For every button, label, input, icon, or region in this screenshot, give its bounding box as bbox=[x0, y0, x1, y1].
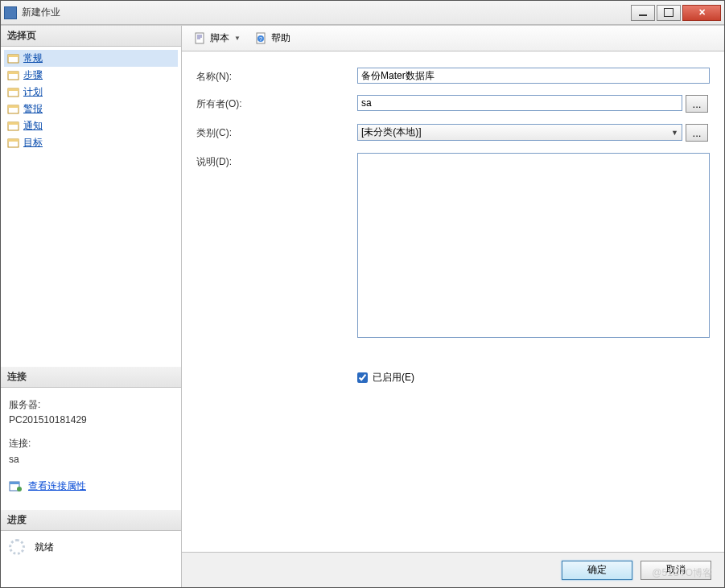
chevron-down-icon: ▼ bbox=[234, 35, 241, 42]
dialog-buttons: 确定 取消 bbox=[182, 552, 724, 587]
nav-item-general[interactable]: 常规 bbox=[4, 50, 178, 67]
properties-icon bbox=[9, 479, 23, 492]
cancel-button[interactable]: 取消 bbox=[641, 561, 711, 580]
script-button[interactable]: 脚本 ▼ bbox=[188, 28, 246, 48]
nav-item-schedules[interactable]: 计划 bbox=[4, 84, 178, 101]
svg-rect-3 bbox=[8, 72, 19, 74]
view-connection-properties-link[interactable]: 查看连接属性 bbox=[28, 479, 86, 494]
connection-header: 连接 bbox=[1, 367, 181, 388]
page-icon bbox=[7, 53, 20, 64]
main-panel: 脚本 ▼ ? 帮助 名称(N): 所有者(O): bbox=[182, 26, 724, 587]
spinner-icon bbox=[9, 539, 25, 555]
titlebar[interactable]: 新建作业 bbox=[1, 1, 724, 25]
svg-rect-13 bbox=[10, 482, 19, 484]
ok-button[interactable]: 确定 bbox=[562, 561, 632, 580]
page-icon bbox=[7, 87, 20, 98]
svg-rect-11 bbox=[8, 139, 19, 142]
nav-item-notifications[interactable]: 通知 bbox=[4, 117, 178, 134]
name-label: 名称(N): bbox=[196, 68, 357, 84]
progress-header: 进度 bbox=[1, 510, 181, 531]
connection-value: sa bbox=[9, 452, 173, 467]
svg-point-14 bbox=[17, 487, 22, 491]
progress-status: 就绪 bbox=[1, 531, 181, 563]
form-area: 名称(N): 所有者(O): ... 类别(C): [未分类(本地)] bbox=[182, 51, 724, 552]
description-textarea[interactable] bbox=[357, 153, 710, 338]
category-browse-button[interactable]: ... bbox=[686, 124, 708, 142]
page-icon bbox=[7, 121, 20, 132]
close-button[interactable] bbox=[682, 5, 721, 21]
select-page-header: 选择页 bbox=[1, 26, 181, 47]
nav-item-alerts[interactable]: 警报 bbox=[4, 101, 178, 117]
svg-rect-1 bbox=[8, 55, 19, 57]
server-value: PC201510181429 bbox=[9, 413, 173, 428]
category-dropdown[interactable]: [未分类(本地)] ▼ bbox=[357, 124, 682, 141]
window-title: 新建作业 bbox=[22, 6, 629, 19]
svg-rect-7 bbox=[8, 105, 19, 108]
script-icon bbox=[194, 32, 207, 45]
owner-label: 所有者(O): bbox=[196, 95, 357, 111]
connection-label: 连接: bbox=[9, 436, 173, 451]
page-icon bbox=[7, 138, 20, 149]
page-icon bbox=[7, 70, 20, 81]
maximize-button[interactable] bbox=[657, 5, 681, 21]
server-label: 服务器: bbox=[9, 397, 173, 413]
name-input[interactable] bbox=[357, 68, 710, 84]
dialog-window: 新建作业 选择页 常规 步骤 计划 bbox=[0, 0, 725, 588]
help-button[interactable]: ? 帮助 bbox=[249, 28, 296, 48]
enabled-label: 已启用(E) bbox=[373, 371, 414, 384]
page-list: 常规 步骤 计划 警报 通知 bbox=[1, 47, 181, 154]
category-label: 类别(C): bbox=[196, 124, 357, 140]
chevron-down-icon: ▼ bbox=[671, 129, 678, 137]
toolbar: 脚本 ▼ ? 帮助 bbox=[182, 26, 724, 51]
svg-rect-9 bbox=[8, 122, 19, 125]
owner-browse-button[interactable]: ... bbox=[686, 95, 708, 113]
progress-text: 就绪 bbox=[35, 541, 54, 554]
connection-info: 服务器: PC201510181429 连接: sa 查看连接属性 bbox=[1, 388, 181, 500]
enabled-checkbox[interactable] bbox=[357, 372, 368, 383]
sidebar: 选择页 常规 步骤 计划 警报 bbox=[1, 26, 182, 587]
description-label: 说明(D): bbox=[196, 153, 357, 169]
page-icon bbox=[7, 104, 20, 115]
svg-rect-5 bbox=[8, 88, 19, 91]
nav-item-steps[interactable]: 步骤 bbox=[4, 67, 178, 84]
owner-input[interactable] bbox=[357, 95, 682, 111]
svg-text:?: ? bbox=[259, 36, 262, 42]
app-icon bbox=[4, 6, 17, 19]
help-icon: ? bbox=[255, 32, 268, 45]
nav-item-targets[interactable]: 目标 bbox=[4, 134, 178, 151]
content-area: 选择页 常规 步骤 计划 警报 bbox=[1, 25, 724, 587]
minimize-button[interactable] bbox=[631, 5, 655, 21]
